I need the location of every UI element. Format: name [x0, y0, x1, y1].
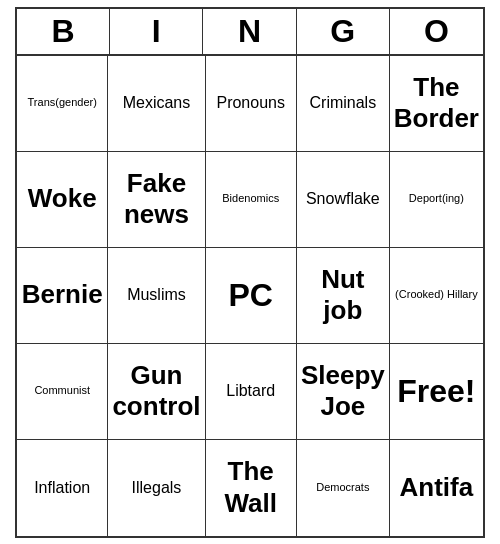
header-letter: N	[203, 9, 296, 54]
cell-text: Gun control	[112, 360, 200, 422]
cell-text: Free!	[397, 372, 475, 410]
header-letter: G	[297, 9, 390, 54]
cell-text: PC	[228, 276, 272, 314]
bingo-cell: (Crooked) Hillary	[390, 248, 483, 344]
bingo-cell: Libtard	[206, 344, 297, 440]
bingo-cell: Mexicans	[108, 56, 205, 152]
cell-text: Snowflake	[306, 189, 380, 208]
bingo-cell: Communist	[17, 344, 108, 440]
cell-text: Antifa	[400, 472, 474, 503]
cell-text: Deport(ing)	[409, 192, 464, 205]
bingo-cell: Deport(ing)	[390, 152, 483, 248]
cell-text: Trans(gender)	[28, 96, 97, 109]
cell-text: The Wall	[210, 456, 292, 518]
bingo-cell: The Wall	[206, 440, 297, 536]
bingo-cell: Sleepy Joe	[297, 344, 390, 440]
bingo-cell: Free!	[390, 344, 483, 440]
bingo-cell: PC	[206, 248, 297, 344]
cell-text: Bidenomics	[222, 192, 279, 205]
cell-text: Communist	[34, 384, 90, 397]
bingo-cell: The Border	[390, 56, 483, 152]
bingo-header: BINGO	[17, 9, 483, 56]
cell-text: Democrats	[316, 481, 369, 494]
bingo-cell: Inflation	[17, 440, 108, 536]
bingo-cell: Pronouns	[206, 56, 297, 152]
cell-text: The Border	[394, 72, 479, 134]
cell-text: Libtard	[226, 381, 275, 400]
cell-text: Muslims	[127, 285, 186, 304]
cell-text: Fake news	[112, 168, 200, 230]
bingo-cell: Snowflake	[297, 152, 390, 248]
cell-text: Bernie	[22, 279, 103, 310]
bingo-cell: Muslims	[108, 248, 205, 344]
bingo-cell: Gun control	[108, 344, 205, 440]
header-letter: O	[390, 9, 483, 54]
bingo-cell: Democrats	[297, 440, 390, 536]
bingo-cell: Bernie	[17, 248, 108, 344]
bingo-cell: Bidenomics	[206, 152, 297, 248]
bingo-cell: Fake news	[108, 152, 205, 248]
cell-text: Sleepy Joe	[301, 360, 385, 422]
bingo-cell: Criminals	[297, 56, 390, 152]
bingo-card: BINGO Trans(gender)MexicansPronounsCrimi…	[15, 7, 485, 538]
cell-text: Woke	[28, 183, 97, 214]
cell-text: (Crooked) Hillary	[395, 288, 478, 301]
bingo-grid: Trans(gender)MexicansPronounsCriminalsTh…	[17, 56, 483, 536]
cell-text: Nut job	[301, 264, 385, 326]
cell-text: Inflation	[34, 478, 90, 497]
cell-text: Mexicans	[123, 93, 191, 112]
bingo-cell: Nut job	[297, 248, 390, 344]
bingo-cell: Trans(gender)	[17, 56, 108, 152]
cell-text: Illegals	[132, 478, 182, 497]
header-letter: B	[17, 9, 110, 54]
bingo-cell: Illegals	[108, 440, 205, 536]
cell-text: Criminals	[310, 93, 377, 112]
bingo-cell: Woke	[17, 152, 108, 248]
bingo-cell: Antifa	[390, 440, 483, 536]
header-letter: I	[110, 9, 203, 54]
cell-text: Pronouns	[216, 93, 285, 112]
